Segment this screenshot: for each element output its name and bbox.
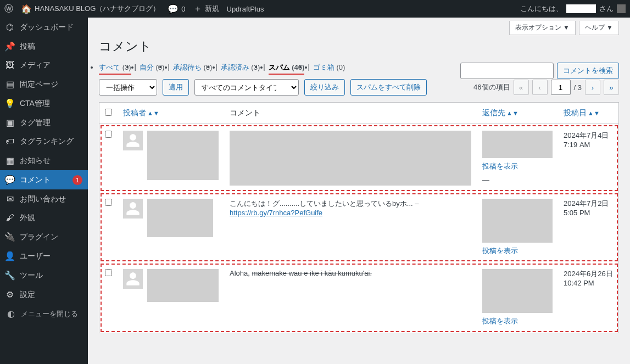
avatar bbox=[123, 131, 143, 150]
plugin-icon: 🔌 bbox=[4, 232, 15, 242]
menu-plugins[interactable]: 🔌プラグイン bbox=[0, 227, 88, 247]
menu-posts[interactable]: 📌投稿 bbox=[0, 37, 88, 56]
comment-date: 2024年6月26日 10:42 PM bbox=[558, 262, 619, 333]
adminbar-updraft[interactable]: UpdraftPlus bbox=[227, 5, 264, 13]
admin-toolbar: ⓦ 🏠 HANASAKU BLOG（ハナサクブログ） 💬 0 ＋ 新規 Updr… bbox=[0, 0, 630, 18]
prev-page-button[interactable]: ‹ bbox=[532, 80, 548, 95]
admin-sidebar: ⌬ダッシュボード 📌投稿 🖼メディア ▤固定ページ 💡CTA管理 ▣タグ管理 🏷… bbox=[0, 18, 88, 364]
col-reply-to[interactable]: 返信先▲▼ bbox=[477, 103, 558, 124]
user-icon: 👤 bbox=[4, 251, 15, 261]
comments-table: 投稿者▲▼ コメント 返信先▲▼ 投稿日▲▼ bbox=[99, 102, 619, 333]
notice-icon: ▦ bbox=[4, 155, 15, 166]
comment-row: 投稿を表示 — 2024年7月4日 7:19 AM bbox=[99, 124, 619, 193]
menu-users[interactable]: 👤ユーザー bbox=[0, 247, 88, 266]
avatar-icon[interactable] bbox=[617, 4, 626, 13]
page-title: コメント bbox=[99, 38, 619, 55]
site-title: HANASAKU BLOG（ハナサクブログ） bbox=[35, 4, 160, 14]
menu-settings[interactable]: ⚙設定 bbox=[0, 285, 88, 304]
select-all-checkbox[interactable] bbox=[105, 109, 112, 116]
col-author[interactable]: 投稿者▲▼ bbox=[118, 103, 224, 124]
menu-appearance[interactable]: 🖌外観 bbox=[0, 209, 88, 227]
menu-notice[interactable]: ▦お知らせ bbox=[0, 151, 88, 170]
view-post-link[interactable]: 投稿を表示 bbox=[482, 161, 553, 171]
menu-media[interactable]: 🖼メディア bbox=[0, 56, 88, 75]
wrench-icon: 🔧 bbox=[4, 270, 15, 281]
mail-icon: ✉ bbox=[4, 194, 15, 204]
collapse-menu[interactable]: ◐メニューを閉じる bbox=[0, 304, 88, 323]
dash: — bbox=[482, 176, 553, 184]
bulk-action-select[interactable]: 一括操作 bbox=[99, 79, 157, 96]
sort-icon: ▲▼ bbox=[588, 110, 600, 116]
comment-link[interactable]: https://rb.gy/7rnhca?PefGuife bbox=[230, 209, 322, 217]
row-checkbox[interactable] bbox=[105, 199, 112, 206]
next-page-button[interactable]: › bbox=[585, 80, 600, 95]
reply-thumb-redacted bbox=[482, 269, 553, 313]
comment-row: こんにちは！グ..........していましたいと思っているbyホ... – h… bbox=[99, 192, 619, 262]
status-filter-list: すべて (3) | 自分 (0) | 承認待ち (0) | 承認済み (3) |… bbox=[99, 63, 345, 72]
menu-tags[interactable]: ▣タグ管理 bbox=[0, 113, 88, 132]
username-redacted bbox=[566, 4, 596, 13]
plus-icon: ＋ bbox=[193, 3, 202, 15]
brush-icon: 🖌 bbox=[4, 213, 15, 223]
content-area: 表示オプション ▼ ヘルプ ▼ コメント すべて (3) | 自分 (0) | … bbox=[88, 18, 630, 364]
filter-trash[interactable]: ゴミ箱 (0) bbox=[313, 63, 345, 71]
author-redacted bbox=[147, 131, 219, 180]
dashboard-icon: ⌬ bbox=[4, 22, 15, 32]
rank-icon: 🏷 bbox=[4, 137, 15, 147]
adminbar-comments-count: 0 bbox=[181, 5, 185, 13]
author-redacted bbox=[147, 269, 219, 302]
comment-redacted bbox=[230, 131, 471, 186]
view-post-link[interactable]: 投稿を表示 bbox=[482, 316, 553, 326]
menu-contact[interactable]: ✉お問い合わせ bbox=[0, 189, 88, 209]
tag-icon: ▣ bbox=[4, 117, 15, 128]
pin-icon: 📌 bbox=[4, 41, 15, 52]
search-input[interactable] bbox=[460, 63, 554, 79]
row-checkbox[interactable] bbox=[105, 131, 112, 138]
comment-text: Aloha, bbox=[230, 269, 250, 277]
comment-icon: 💬 bbox=[168, 4, 179, 14]
menu-cta[interactable]: 💡CTA管理 bbox=[0, 94, 88, 113]
site-home-link[interactable]: 🏠 HANASAKU BLOG（ハナサクブログ） bbox=[21, 4, 160, 14]
adminbar-new[interactable]: ＋ 新規 bbox=[193, 3, 219, 15]
adminbar-new-label: 新規 bbox=[205, 4, 219, 14]
search-button[interactable]: コメントを検索 bbox=[557, 63, 619, 79]
reply-thumb-redacted bbox=[482, 199, 553, 243]
col-comment: コメント bbox=[224, 103, 477, 124]
home-icon: 🏠 bbox=[21, 4, 32, 14]
page-icon: ▤ bbox=[4, 79, 15, 89]
first-page-button[interactable]: « bbox=[514, 80, 529, 95]
comment-type-select[interactable]: すべてのコメントタイプ bbox=[194, 79, 299, 96]
menu-comments[interactable]: 💬コメント1 bbox=[0, 170, 88, 189]
filter-button[interactable]: 絞り込み bbox=[304, 79, 345, 96]
page-number-input[interactable] bbox=[551, 80, 571, 95]
adminbar-comments[interactable]: 💬 0 bbox=[168, 4, 185, 14]
wp-logo[interactable]: ⓦ bbox=[4, 3, 13, 15]
gear-icon: ⚙ bbox=[4, 289, 15, 300]
menu-tagrank[interactable]: 🏷タグランキング bbox=[0, 132, 88, 151]
help-tab[interactable]: ヘルプ ▼ bbox=[579, 21, 619, 35]
items-count: 46個の項目 bbox=[473, 82, 510, 92]
greeting-text: こんにちは、 bbox=[520, 4, 563, 14]
author-redacted bbox=[147, 199, 213, 237]
comment-row: Aloha, makemake wau e ike i kāu kumuku'a… bbox=[99, 262, 619, 333]
comment-date: 2024年7月4日 7:19 AM bbox=[558, 124, 619, 193]
comment-date: 2024年7月2日 5:05 PM bbox=[558, 192, 619, 262]
empty-spam-button[interactable]: スパムをすべて削除 bbox=[350, 79, 427, 96]
apply-button[interactable]: 適用 bbox=[163, 79, 189, 96]
avatar bbox=[123, 199, 143, 219]
last-page-button[interactable]: » bbox=[604, 80, 619, 95]
comments-badge: 1 bbox=[73, 175, 82, 185]
greeting-suffix: さん bbox=[599, 4, 614, 14]
menu-pages[interactable]: ▤固定ページ bbox=[0, 75, 88, 94]
avatar bbox=[123, 269, 143, 289]
row-checkbox[interactable] bbox=[105, 269, 112, 276]
view-post-link[interactable]: 投稿を表示 bbox=[482, 246, 553, 256]
screen-options-tab[interactable]: 表示オプション ▼ bbox=[509, 21, 576, 35]
comment-text: こんにちは！グ..........していましたいと思っているbyホ... – bbox=[230, 199, 471, 209]
menu-tools[interactable]: 🔧ツール bbox=[0, 266, 88, 285]
col-date[interactable]: 投稿日▲▼ bbox=[558, 103, 619, 124]
sort-icon: ▲▼ bbox=[147, 110, 159, 116]
menu-dashboard[interactable]: ⌬ダッシュボード bbox=[0, 18, 88, 37]
comment-strike: makemake wau e ike i kāu kumuku'ai. bbox=[252, 269, 372, 277]
collapse-icon: ◐ bbox=[5, 309, 16, 319]
